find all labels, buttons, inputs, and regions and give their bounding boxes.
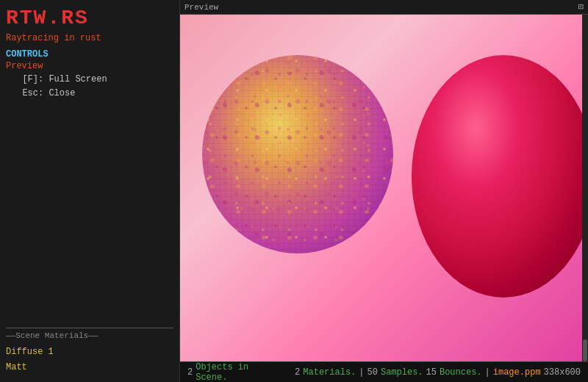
material-item-matt[interactable]: Matt (6, 360, 173, 375)
sphere-right (412, 55, 588, 298)
preview-panel: Preview ⊡ 2 Objects in Scene. 2 Material… (180, 0, 588, 382)
preview-heading: Preview (6, 61, 173, 71)
scrollbar-vertical[interactable] (582, 15, 588, 361)
main-layout: RTW.RS Raytracing in rust CONTROLS Previ… (0, 0, 588, 382)
close-control: Esc: Close (6, 87, 173, 101)
resolution: 338x600 (544, 367, 581, 378)
bounces-label: Bounces. (440, 367, 482, 378)
preview-title: Preview (184, 3, 218, 12)
samples-label: Samples. (381, 367, 423, 378)
controls-heading: CONTROLS (6, 49, 173, 60)
sphere-left (202, 55, 393, 253)
scrollbar-thumb[interactable] (583, 339, 587, 361)
status-pipe-1: | (359, 367, 364, 378)
objects-count: 2 (187, 367, 193, 378)
scene-materials-section: ——Scene Materials—— Diffuse 1 Matt (6, 328, 173, 375)
preview-header: Preview ⊡ (180, 0, 588, 15)
fullscreen-control: [F]: Full Screen (6, 73, 173, 87)
pixelated-overlay (202, 55, 393, 253)
sidebar: RTW.RS Raytracing in rust CONTROLS Previ… (0, 0, 180, 382)
objects-label: Objects in Scene. (196, 362, 284, 383)
scene-canvas (180, 15, 588, 361)
status-pipe-2: | (485, 367, 490, 378)
status-separator-1 (287, 367, 292, 378)
bounces-count: 15 (426, 367, 437, 378)
materials-label: Materials. (303, 367, 356, 378)
status-bar: 2 Objects in Scene. 2 Materials. | 50 Sa… (180, 361, 588, 382)
app-logo: RTW.RS (6, 7, 173, 30)
material-item-diffuse[interactable]: Diffuse 1 (6, 345, 173, 359)
preview-canvas-area (180, 15, 588, 361)
scene-materials-header: ——Scene Materials—— (6, 331, 173, 340)
preview-expand-icon[interactable]: ⊡ (578, 1, 584, 12)
materials-count: 2 (295, 367, 300, 378)
filename: image.ppm (493, 367, 541, 378)
samples-count: 50 (368, 367, 378, 378)
app-subtitle: Raytracing in rust (6, 33, 173, 43)
